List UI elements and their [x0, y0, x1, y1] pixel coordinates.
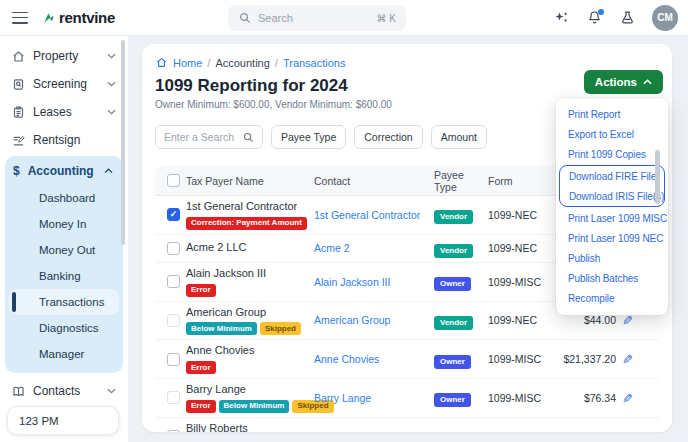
sidebar-item-money-out[interactable]: Money Out — [9, 237, 119, 263]
menu-item-download-iris-files[interactable]: Download IRIS File(s) — [560, 186, 664, 206]
notifications-bell-icon[interactable] — [586, 10, 602, 26]
rentvine-logo-icon — [42, 11, 55, 24]
actions-menu: Print Report Export to Excel Print 1099 … — [556, 98, 668, 315]
filter-payee-type-button[interactable]: Payee Type — [271, 125, 346, 149]
menu-item-export-to-excel[interactable]: Export to Excel — [556, 124, 668, 144]
contact-link[interactable]: Barry Lange — [314, 392, 434, 404]
breadcrumb-home[interactable]: Home — [173, 57, 202, 69]
breadcrumb-separator: / — [275, 57, 278, 69]
menu-item-print-laser-1099-misc[interactable]: Print Laser 1099 MISC — [556, 208, 668, 228]
sidebar-item-dashboard[interactable]: Dashboard — [9, 185, 119, 211]
chevron-up-icon — [643, 79, 652, 85]
tax-payer-name: American Group — [186, 306, 314, 320]
status-badge: Error — [186, 361, 216, 374]
search-icon — [242, 131, 255, 144]
payee-type-cell: Owner — [434, 427, 488, 432]
row-checkbox[interactable] — [167, 208, 180, 221]
filter-correction-button[interactable]: Correction — [354, 125, 422, 149]
breadcrumb-separator: / — [207, 57, 210, 69]
tax-payer-name: Acme 2 LLC — [186, 241, 314, 255]
payee-type-cell: Owner — [434, 350, 488, 369]
active-indicator-bar — [12, 292, 16, 312]
tax-payer-name: 1st General Contractor — [186, 200, 314, 214]
sidebar-item-accounting[interactable]: $ Accounting — [5, 157, 123, 185]
breadcrumb-transactions[interactable]: Transactions — [283, 57, 346, 69]
search-placeholder: Search — [258, 12, 293, 24]
row-checkbox[interactable] — [167, 242, 180, 255]
column-header: Payee Type — [434, 169, 488, 193]
edit-pencil-icon[interactable]: ✎ — [622, 313, 633, 328]
sidebar-item-rentsign[interactable]: Rentsign — [0, 126, 128, 154]
payee-type-cell: Owner — [434, 272, 488, 291]
row-checkbox[interactable] — [167, 275, 180, 288]
status-badge: Error — [186, 284, 216, 297]
tax-payer-name-cell: 1st General ContractorCorrection: Paymen… — [186, 200, 314, 230]
sidebar-item-transactions[interactable]: Transactions — [9, 289, 119, 315]
ai-sparkle-icon[interactable] — [553, 10, 569, 26]
sidebar-item-money-in[interactable]: Money In — [9, 211, 119, 237]
edit-pencil-icon[interactable]: ✎ — [622, 352, 633, 367]
table-search-input[interactable]: Enter a Search — [155, 125, 263, 149]
menu-item-publish-batches[interactable]: Publish Batches — [556, 268, 668, 288]
actions-button[interactable]: Actions — [584, 70, 663, 94]
sidebar-item-contacts[interactable]: Contacts — [0, 377, 128, 405]
menu-item-print-laser-1099-nec[interactable]: Print Laser 1099 NEC — [556, 228, 668, 248]
form-cell: 1099-MISC — [488, 353, 548, 365]
labs-flask-icon[interactable] — [619, 10, 635, 26]
menu-item-recompile[interactable]: Recompile — [556, 288, 668, 308]
select-all-checkbox[interactable] — [167, 174, 180, 187]
tax-payer-name-cell: Alain Jackson IIIError — [186, 267, 314, 297]
highlight-annotation-box: Download FIRE File Download IRIS File(s) — [559, 165, 665, 207]
edit-pencil-icon[interactable]: ✎ — [622, 430, 633, 432]
menu-item-download-fire-file[interactable]: Download FIRE File — [560, 166, 664, 186]
contact-link[interactable]: Billy Roberts — [314, 431, 434, 432]
accounting-dollar-icon: $ — [13, 164, 20, 178]
row-checkbox[interactable] — [167, 391, 180, 404]
edit-pencil-icon[interactable]: ✎ — [622, 391, 633, 406]
contact-link[interactable]: Acme 2 — [314, 242, 434, 254]
main-content: Home / Accounting / Transactions 1099 Re… — [128, 36, 688, 442]
amount-cell: $21,337.20 — [548, 353, 616, 365]
menu-item-print-1099-copies[interactable]: Print 1099 Copies — [556, 144, 668, 164]
sidebar-scrollbar[interactable] — [121, 40, 125, 245]
status-badge: Below Minimum — [186, 322, 257, 335]
sidebar-item-property[interactable]: Property — [0, 42, 128, 70]
contact-link[interactable]: American Group — [314, 314, 434, 326]
amount-cell: $76.34 — [548, 392, 616, 404]
global-search-input[interactable]: Search ⌘ K — [228, 5, 406, 31]
payee-type-cell: Vendor — [434, 311, 488, 330]
sidebar-item-label: Transactions — [39, 296, 104, 308]
table-row: Billy RobertsErrorBilly RobertsOwner1099… — [155, 418, 659, 432]
row-badges: Error — [186, 284, 314, 297]
form-cell: 1099-NEC — [488, 242, 548, 254]
row-checkbox[interactable] — [167, 353, 180, 366]
sidebar: Property Screening Leases — [0, 36, 128, 442]
contact-link[interactable]: 1st General Contractor — [314, 209, 434, 221]
menu-item-print-report[interactable]: Print Report — [556, 104, 668, 124]
row-checkbox[interactable] — [167, 314, 180, 327]
sidebar-item-screening[interactable]: Screening — [0, 70, 128, 98]
workspace-selector[interactable]: 123 PM — [7, 406, 119, 435]
chevron-up-icon — [102, 165, 115, 178]
hamburger-menu-icon[interactable] — [12, 12, 28, 24]
form-cell: 1099-MISC — [488, 276, 548, 288]
column-header: Tax Payer Name — [186, 175, 314, 187]
avatar[interactable]: CM — [652, 5, 678, 31]
brand-logo[interactable]: rentvine — [42, 9, 115, 26]
table-scrollbar[interactable] — [655, 150, 660, 204]
row-checkbox[interactable] — [167, 430, 180, 432]
payee-type-badge: Vendor — [434, 210, 473, 224]
column-header: Form — [488, 175, 548, 187]
sidebar-item-diagnostics[interactable]: Diagnostics — [9, 315, 119, 341]
filter-amount-button[interactable]: Amount — [431, 125, 487, 149]
contact-link[interactable]: Alain Jackson III — [314, 276, 434, 288]
chevron-down-icon — [105, 106, 118, 119]
tax-payer-name: Billy Roberts — [186, 422, 314, 432]
sidebar-item-leases[interactable]: Leases — [0, 98, 128, 126]
contact-link[interactable]: Anne Chovies — [314, 353, 434, 365]
menu-item-publish[interactable]: Publish — [556, 248, 668, 268]
row-badges: ErrorBelow MinimumSkipped — [186, 400, 314, 413]
sidebar-item-manager[interactable]: Manager — [9, 341, 119, 367]
chevron-down-icon — [105, 78, 118, 91]
sidebar-item-banking[interactable]: Banking — [9, 263, 119, 289]
